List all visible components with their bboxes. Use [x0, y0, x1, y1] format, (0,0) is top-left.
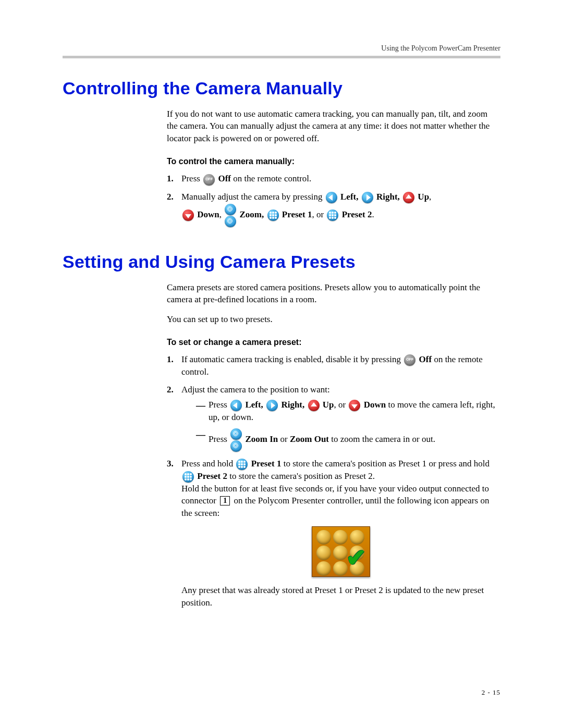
right-arrow-icon: [266, 400, 278, 411]
off-button-icon: OFF: [404, 354, 415, 366]
text: If automatic camera tracking is enabled,…: [181, 354, 403, 364]
page-number: 2 - 15: [482, 688, 500, 697]
off-button-icon: OFF: [203, 174, 215, 186]
section2-steps: If automatic camera tracking is enabled,…: [167, 353, 500, 609]
heading-setting-presets: Setting and Using Camera Presets: [63, 252, 500, 272]
label-down: Down: [195, 209, 219, 219]
after-text: Any preset that was already stored at Pr…: [181, 584, 500, 609]
text: to zoom the camera in or out.: [329, 434, 435, 444]
down-arrow-icon: [182, 209, 194, 221]
label-left: Left,: [243, 400, 265, 410]
label-down: Down: [361, 400, 386, 410]
label-up: Up: [415, 192, 429, 202]
section2-step-2: Adjust the camera to the position to wan…: [167, 384, 500, 452]
label-preset1: Preset 1: [249, 459, 281, 468]
text: Press: [181, 174, 202, 183]
text-or: , or: [312, 209, 326, 219]
section2-body: Camera presets are stored camera positio…: [167, 281, 500, 609]
text: to store the camera's position as Preset…: [281, 459, 489, 468]
preset-2-icon: [182, 471, 194, 483]
label-off: Off: [417, 354, 432, 364]
section2-step-3: Press and hold Preset 1 to store the cam…: [167, 458, 500, 609]
substep-zoom: — Press Zoom In or Zoom Out to zoom the …: [196, 428, 500, 452]
page: Using the Polycom PowerCam Presenter Con…: [0, 0, 563, 728]
left-arrow-icon: [230, 400, 242, 411]
label-right: Right,: [374, 192, 402, 202]
zoom-icon: [225, 203, 236, 228]
checkmark-icon: ✔: [346, 541, 366, 574]
preset-2-icon: [327, 209, 338, 221]
label-left: Left,: [338, 192, 361, 202]
dash-icon: —: [196, 399, 205, 412]
comma: ,: [429, 192, 431, 202]
running-header: Using the Polycom PowerCam Presenter: [63, 44, 500, 53]
label-preset2: Preset 2: [339, 209, 372, 219]
label-preset2: Preset 2: [195, 471, 227, 481]
section1-steps: Press OFF Off on the remote control. Man…: [167, 172, 500, 227]
label-off: Off: [216, 174, 231, 183]
section1-body: If you do not want to use automatic came…: [167, 108, 500, 228]
header-rule: [63, 56, 500, 58]
text-or: , or: [334, 400, 348, 410]
down-arrow-icon: [349, 400, 360, 411]
left-arrow-icon: [326, 192, 337, 203]
label-zoom-out: Zoom Out: [290, 434, 329, 444]
section1-step-2: Manually adjust the camera by pressing L…: [167, 191, 500, 228]
label-zoom: Zoom,: [237, 209, 266, 219]
label-right: Right,: [279, 400, 307, 410]
text: Press: [209, 400, 229, 410]
section2-subhead: To set or change a camera preset:: [167, 337, 500, 348]
preset-1-icon: [267, 209, 279, 221]
period: .: [372, 209, 374, 219]
preset-stored-icon: ✔: [312, 526, 370, 577]
up-arrow-icon: [403, 192, 414, 203]
zoom-icon: [230, 428, 242, 452]
heading-controlling-camera: Controlling the Camera Manually: [63, 78, 500, 98]
text: to store the camera's position as Preset…: [227, 471, 375, 481]
connector-1-icon: 1: [220, 496, 230, 505]
label-preset1: Preset 1: [280, 209, 312, 219]
text: Adjust the camera to the position to wan…: [181, 385, 330, 394]
text: on the remote control.: [231, 174, 311, 183]
section2-intro1: Camera presets are stored camera positio…: [167, 281, 500, 306]
section2-substeps: — Press Left, Right, Up, or Down to move…: [196, 399, 500, 452]
right-arrow-icon: [362, 192, 373, 203]
section2-step-1: If automatic camera tracking is enabled,…: [167, 353, 500, 378]
section1-step-1: Press OFF Off on the remote control.: [167, 172, 500, 185]
hold-instruction: Hold the button for at least five second…: [181, 483, 500, 519]
section1-intro: If you do not want to use automatic came…: [167, 108, 500, 144]
text: Press and hold: [181, 459, 235, 468]
label-up: Up: [321, 400, 334, 410]
text-or: or: [278, 434, 290, 444]
text: Manually adjust the camera by pressing: [181, 192, 325, 202]
comma: ,: [219, 209, 224, 219]
section1-subhead: To control the camera manually:: [167, 156, 500, 167]
section2-intro2: You can set up to two presets.: [167, 313, 500, 325]
label-zoom-in: Zoom In: [243, 434, 278, 444]
text: Press: [209, 434, 229, 444]
substep-move: — Press Left, Right, Up, or Down to move…: [196, 399, 500, 424]
preset-1-icon: [236, 459, 248, 470]
up-arrow-icon: [308, 400, 320, 411]
dash-icon: —: [196, 428, 205, 441]
